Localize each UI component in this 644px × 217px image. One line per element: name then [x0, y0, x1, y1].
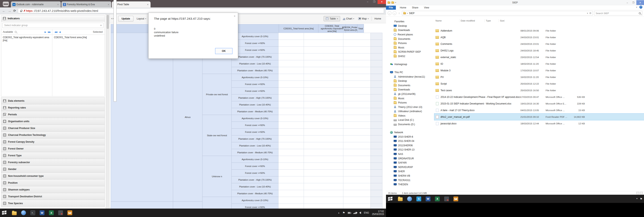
browser-tab[interactable]: 2 Forestry Monitoring & Eva ×: [62, 1, 111, 7]
taskbar-app-button[interactable]: [19, 209, 28, 217]
file-row[interactable]: A faire - mail 17-10 Thierry.docx 04/01/…: [434, 107, 644, 114]
browser-tab[interactable]: Pivot Table ×: [112, 1, 150, 7]
ribbon-tab[interactable]: File: [386, 6, 396, 10]
ribbon-tab[interactable]: View: [421, 6, 432, 10]
taskbar-app-button[interactable]: [451, 195, 460, 203]
file-row[interactable]: Addendum 08/01/2015 09:06 File folder: [434, 27, 644, 34]
move-all-left-button[interactable]: ◀◀: [54, 31, 57, 33]
ribbon-tab[interactable]: Home: [397, 6, 409, 10]
help-icon[interactable]: ?: [639, 6, 642, 9]
move-selected-right-button[interactable]: ▶: [45, 31, 46, 33]
taskbar-app-button[interactable]: W: [424, 195, 433, 203]
nav-item[interactable]: NAS: [386, 152, 433, 156]
action-center-flag-icon[interactable]: ⚑: [640, 197, 642, 201]
file-row[interactable]: Script 25/03/2015 12:22 File folder: [434, 80, 644, 87]
file-list-column-header[interactable]: Name: [434, 19, 460, 22]
file-row[interactable]: AQB 24/03/2015 23:01 File folder: [434, 34, 644, 41]
ribbon-tab[interactable]: Share: [409, 6, 421, 10]
sidebar-scrollbar[interactable]: [106, 14, 110, 209]
file-row[interactable]: 2014-10-22 Indicator Development Phase -…: [434, 94, 644, 100]
nav-item[interactable]: Recent places: [386, 32, 433, 37]
accordion-section[interactable]: Charcoal Production Technology: [1, 131, 105, 138]
accordion-section[interactable]: Reporting rates: [1, 104, 105, 111]
selected-indicator-item[interactable]: CDE001_Total forest area [Ha]: [54, 36, 103, 39]
start-button[interactable]: [388, 197, 393, 201]
language-indicator[interactable]: ENG: [364, 211, 369, 214]
nav-item[interactable]: SHER: [386, 169, 433, 174]
nav-item[interactable]: Desktop: [386, 79, 433, 83]
details-view-icon[interactable]: [636, 192, 639, 194]
nav-item[interactable]: Documents (D:): [386, 122, 433, 127]
accordion-section[interactable]: Organisation units: [1, 118, 105, 125]
forward-icon[interactable]: →: [8, 9, 11, 13]
accordion-section[interactable]: Forest Canopy Density: [1, 138, 105, 145]
accordion-section[interactable]: Charcoal Producer Size: [1, 125, 105, 132]
table-view-button[interactable]: Table ▾: [324, 16, 340, 21]
tab-close-icon[interactable]: ×: [57, 3, 59, 6]
nav-section-header[interactable]: Homegroup: [386, 62, 433, 66]
nav-item[interactable]: Local Disk (C:): [386, 118, 433, 122]
indicators-header[interactable]: Indicators: [1, 15, 105, 21]
scrollbar-thumb[interactable]: [107, 15, 109, 29]
nav-item[interactable]: Thierry (2012-sher-13): [386, 105, 433, 109]
indicator-group-select[interactable]: Select indicator group ˅: [2, 23, 104, 28]
explorer-maximize-button[interactable]: ❐: [630, 0, 636, 5]
nav-back-button[interactable]: ←: [388, 11, 392, 15]
action-center-flag-icon[interactable]: ⚑: [342, 211, 345, 215]
battery-icon[interactable]: [348, 212, 350, 214]
nav-item[interactable]: Music: [386, 45, 433, 50]
layout-button[interactable]: Layout ▾: [136, 16, 147, 21]
nav-item[interactable]: SHER4-VB: [386, 174, 433, 178]
nav-item[interactable]: SERVEURXP: [386, 165, 433, 169]
nav-item[interactable]: Utilisateur (ordinateur): [386, 109, 433, 114]
nav-item[interactable]: Desktop: [386, 24, 433, 28]
accordion-section[interactable]: Shannon subtypes: [1, 186, 105, 193]
file-row[interactable]: dhis2_user_manual_en.pdf 21/01/2015 09:1…: [434, 114, 644, 120]
file-row[interactable]: Module 3 17/03/2015 10:07 File folder: [434, 67, 644, 74]
accordion-section[interactable]: Forestry subsector: [1, 159, 105, 166]
refresh-icon[interactable]: ⟳: [590, 12, 592, 15]
file-row[interactable]: Test cases 25/03/2015 16:50 File folder: [434, 87, 644, 94]
taskbar-clock[interactable]: 17:02 25/03/2015: [372, 210, 384, 216]
nav-section-header[interactable]: Favorites: [386, 19, 433, 24]
taskbar-app-button[interactable]: S: [414, 195, 424, 203]
nav-item[interactable]: Pictures: [386, 41, 433, 45]
nav-item[interactable]: 2010-SHER-6: [386, 135, 433, 139]
close-button[interactable]: ×: [378, 0, 386, 4]
tab-close-icon[interactable]: ×: [146, 3, 149, 6]
tray-expand-icon[interactable]: ▲: [636, 197, 638, 201]
available-indicator-item[interactable]: CDE002_Total agroforestry equivalent are…: [3, 36, 50, 42]
accordion-section[interactable]: Gender: [1, 166, 105, 173]
tray-expand-icon[interactable]: ▲: [338, 212, 340, 214]
accordion-section[interactable]: Transport Destination District: [1, 193, 105, 200]
nav-item[interactable]: SCR08-PAREF-SIEP: [386, 50, 433, 54]
accordion-section[interactable]: Forest Owner: [1, 145, 105, 152]
file-row[interactable]: Comments 24/03/2015 23:01 File folder: [434, 41, 644, 47]
nav-item[interactable]: Downloads: [386, 28, 433, 32]
taskbar-app-button[interactable]: W: [38, 209, 47, 217]
file-list-column-header[interactable]: Date modified: [460, 19, 484, 22]
explorer-minimize-button[interactable]: –: [624, 0, 630, 5]
home-button[interactable]: Home: [373, 16, 382, 21]
taskbar-app-button[interactable]: X: [47, 209, 56, 217]
taskbar-app-button[interactable]: [56, 209, 65, 217]
taskbar-app-button[interactable]: X: [433, 195, 442, 203]
nav-item[interactable]: 2011SHER06: [386, 143, 433, 148]
file-row[interactable]: DHIS2 Logs 24/03/2015 18:45 File folder: [434, 47, 644, 54]
accordion-section[interactable]: Non-household consumer type: [1, 172, 105, 180]
move-all-right-button[interactable]: ▶▶: [48, 31, 50, 33]
nav-item[interactable]: ORDINATEUR: [386, 156, 433, 161]
reload-icon[interactable]: ⟳: [13, 9, 16, 13]
file-row[interactable]: IO 18/02/2015 11:20 File folder: [434, 60, 644, 67]
nav-section-header[interactable]: Network: [386, 130, 433, 135]
minimize-button[interactable]: –: [364, 0, 371, 4]
taskbar-app-button[interactable]: [405, 195, 414, 203]
taskbar-app-button[interactable]: [396, 195, 405, 203]
accordion-section[interactable]: Periods: [1, 111, 105, 118]
nav-up-button[interactable]: ↑: [398, 12, 401, 15]
address-dropdown-icon[interactable]: ∨: [587, 12, 588, 14]
chart-view-button[interactable]: Chart ▾: [342, 16, 356, 21]
nav-item[interactable]: Documents: [386, 83, 433, 88]
nav-item[interactable]: THEDEN: [386, 182, 433, 187]
nav-item[interactable]: Administrateur (tecras11): [386, 75, 433, 79]
